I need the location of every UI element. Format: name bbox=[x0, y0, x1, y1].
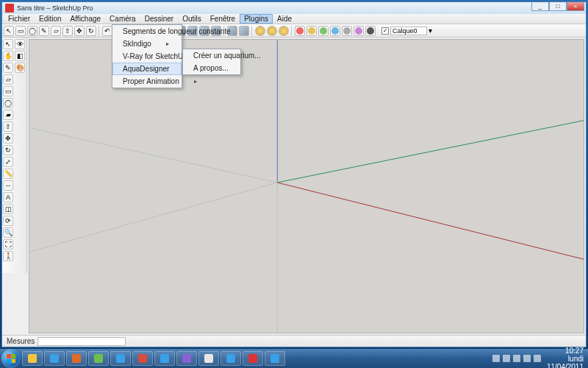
tool-circle-icon[interactable]: ◯ bbox=[3, 98, 13, 108]
swatch-icon[interactable] bbox=[354, 26, 364, 36]
tool-pan-icon[interactable]: ✋ bbox=[3, 51, 13, 61]
tool-dim-icon[interactable]: ↔ bbox=[3, 180, 13, 191]
tool-component-icon[interactable]: ◧ bbox=[15, 51, 25, 61]
plugin-item-skindigo[interactable]: SkIndigo ▸ bbox=[112, 38, 182, 50]
menu-fenetre[interactable]: Fenêtre bbox=[206, 14, 240, 24]
tool-move-icon[interactable]: ✥ bbox=[74, 26, 85, 36]
tool-rect-icon[interactable]: ▭ bbox=[3, 86, 13, 96]
taskbar-app-button[interactable] bbox=[66, 351, 87, 366]
taskbar-app-button[interactable] bbox=[132, 351, 153, 366]
taskbar-clock[interactable]: 10:27 lundi 11/04/2011 bbox=[547, 347, 584, 369]
swatch-icon[interactable] bbox=[342, 26, 352, 36]
tray-volume-icon[interactable] bbox=[534, 355, 541, 362]
taskbar-app-icon bbox=[116, 354, 125, 363]
swatch-icon[interactable] bbox=[330, 26, 340, 36]
taskbar-app-icon bbox=[138, 354, 147, 363]
menu-edition[interactable]: Edition bbox=[35, 14, 66, 24]
tool-eraser-icon[interactable]: ▱ bbox=[3, 74, 13, 85]
tool-undo-icon[interactable]: ↶ bbox=[102, 26, 112, 36]
tool-line-icon[interactable]: ✎ bbox=[3, 63, 13, 73]
menubar: Fichier Edition Affichage Caméra Dessine… bbox=[2, 14, 586, 24]
taskbar-app-button[interactable] bbox=[220, 351, 241, 366]
tool-zoom-icon[interactable]: 🔍 bbox=[3, 227, 13, 238]
system-tray: 10:27 lundi 11/04/2011 bbox=[492, 347, 587, 369]
tool-walk-icon[interactable]: 🚶 bbox=[3, 251, 13, 261]
submenu-item-create-aquarium[interactable]: Créer un aquarium... bbox=[183, 49, 240, 62]
tool-push-icon[interactable]: ⇧ bbox=[3, 121, 13, 132]
menu-dessiner[interactable]: Dessiner bbox=[140, 14, 178, 24]
close-button[interactable]: × bbox=[567, 2, 584, 11]
vray-render-icon[interactable] bbox=[255, 26, 265, 36]
tool-bucket-icon[interactable]: ▰ bbox=[3, 110, 13, 120]
dd-label: Proper Animation bbox=[123, 77, 179, 85]
tray-icon[interactable] bbox=[513, 355, 520, 362]
tool-move-icon[interactable]: ✥ bbox=[3, 133, 13, 144]
tray-network-icon[interactable] bbox=[523, 355, 531, 362]
plugins-dropdown: Segments de longueur constante SkIndigo … bbox=[112, 24, 182, 88]
layer-name-input[interactable] bbox=[390, 26, 427, 35]
menu-camera[interactable]: Caméra bbox=[105, 14, 140, 24]
plugin-item-properanimation[interactable]: Proper Animation ▸ bbox=[112, 75, 182, 88]
taskbar-app-icon bbox=[94, 354, 103, 363]
tool-eraser-icon[interactable]: ▱ bbox=[51, 26, 61, 36]
tool-rotate-icon[interactable]: ↻ bbox=[3, 145, 13, 155]
tray-icon[interactable] bbox=[503, 355, 510, 362]
taskbar-app-button[interactable] bbox=[110, 351, 131, 366]
taskbar-app-button[interactable] bbox=[88, 351, 109, 366]
swatch-icon[interactable] bbox=[318, 26, 329, 36]
taskbar-app-button[interactable] bbox=[22, 351, 43, 366]
plugin-item-vray[interactable]: V-Ray for SketchUp ▸ bbox=[112, 50, 182, 63]
style-wire-icon[interactable] bbox=[239, 26, 249, 36]
tool-scale-icon[interactable]: ⤢ bbox=[3, 157, 13, 167]
menu-plugins[interactable]: Plugins bbox=[240, 14, 273, 24]
layer-dropdown-icon[interactable]: ▾ bbox=[429, 26, 432, 35]
start-button[interactable] bbox=[1, 349, 21, 368]
menu-aide[interactable]: Aide bbox=[273, 14, 296, 24]
plugin-item-segments[interactable]: Segments de longueur constante bbox=[112, 25, 182, 38]
clock-date: 11/04/2011 bbox=[547, 363, 584, 369]
windows-taskbar: 10:27 lundi 11/04/2011 bbox=[0, 349, 588, 368]
vray-rt-icon[interactable] bbox=[279, 26, 289, 36]
submenu-arrow-icon: ▸ bbox=[194, 78, 197, 85]
menu-fichier[interactable]: Fichier bbox=[4, 14, 35, 24]
tool-section-icon[interactable]: ◫ bbox=[3, 204, 13, 214]
plugin-item-aquadesigner[interactable]: AquaDesigner ▸ bbox=[112, 63, 182, 75]
tool-select-icon[interactable]: ↖ bbox=[3, 39, 13, 49]
swatch-icon[interactable] bbox=[365, 26, 376, 36]
measure-input[interactable] bbox=[37, 337, 126, 346]
submenu-item-about[interactable]: A propos... bbox=[183, 62, 240, 74]
taskbar-app-button[interactable] bbox=[154, 351, 175, 366]
tool-line-icon[interactable]: ✎ bbox=[39, 26, 49, 36]
tool-tape-icon[interactable]: 📏 bbox=[3, 169, 13, 179]
taskbar-app-button[interactable] bbox=[198, 351, 219, 366]
tool-push-icon[interactable]: ⇧ bbox=[62, 26, 73, 36]
tool-zoom-extents-icon[interactable]: ⛶ bbox=[3, 239, 13, 250]
maximize-button[interactable]: □ bbox=[549, 2, 567, 11]
swatch-icon[interactable] bbox=[295, 26, 305, 36]
tool-orbit-icon[interactable]: ⟳ bbox=[3, 216, 13, 226]
menu-affichage[interactable]: Affichage bbox=[66, 14, 106, 24]
minimize-button[interactable]: _ bbox=[531, 2, 549, 11]
tool-text-icon[interactable]: A bbox=[3, 192, 13, 202]
tool-select-icon[interactable]: ↖ bbox=[4, 26, 14, 36]
tool-paint-icon[interactable]: 🎨 bbox=[15, 63, 25, 73]
clock-day: lundi bbox=[547, 355, 584, 363]
tool-rotate-icon[interactable]: ↻ bbox=[86, 26, 96, 36]
taskbar-app-button[interactable] bbox=[243, 351, 263, 366]
taskbar-app-button[interactable] bbox=[265, 351, 285, 366]
tool-rect-icon[interactable]: ▭ bbox=[15, 26, 26, 36]
titlebar[interactable]: Sans titre – SketchUp Pro _ □ × bbox=[2, 2, 586, 14]
layer-visible-checkbox[interactable]: ✓ bbox=[381, 27, 389, 35]
taskbar-app-button[interactable] bbox=[176, 351, 197, 366]
swatch-icon[interactable] bbox=[306, 26, 317, 36]
window-title: Sans titre – SketchUp Pro bbox=[17, 4, 93, 12]
tool-look-icon[interactable]: 👁 bbox=[15, 39, 25, 49]
tray-icon[interactable] bbox=[492, 355, 500, 362]
taskbar-app-button[interactable] bbox=[44, 351, 65, 366]
vray-options-icon[interactable] bbox=[267, 26, 277, 36]
tool-circle-icon[interactable]: ◯ bbox=[27, 26, 37, 36]
menu-outils[interactable]: Outils bbox=[178, 14, 206, 24]
app-icon bbox=[5, 4, 14, 13]
svg-line-1 bbox=[277, 121, 584, 183]
layer-selector[interactable]: ✓ ▾ bbox=[381, 26, 432, 35]
